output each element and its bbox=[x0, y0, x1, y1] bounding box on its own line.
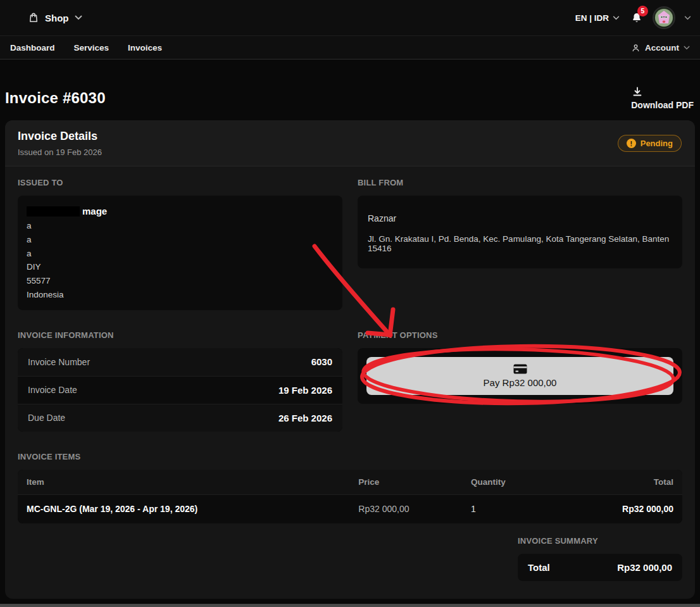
download-pdf-button[interactable]: Download PDF bbox=[631, 87, 694, 110]
column-header-price: Price bbox=[358, 477, 471, 487]
locale-label: EN | IDR bbox=[575, 13, 609, 23]
column-header-quantity: Quantity bbox=[471, 477, 557, 487]
account-menu[interactable]: Account bbox=[631, 43, 690, 53]
invoice-information-section: INVOICE INFORMATION Invoice Number 6030 … bbox=[18, 330, 342, 432]
warning-icon: ! bbox=[627, 139, 636, 148]
download-icon bbox=[632, 87, 642, 97]
bill-from-label: BILL FROM bbox=[358, 178, 682, 187]
pay-button[interactable]: Pay Rp32 000,00 bbox=[366, 357, 673, 395]
notifications-button[interactable]: 5 bbox=[630, 9, 644, 27]
issued-to-section: ISSUED TO mage a a a DIY 55577 Indonesia bbox=[18, 178, 342, 310]
download-pdf-label: Download PDF bbox=[631, 100, 694, 110]
item-price-cell: Rp32 000,00 bbox=[358, 504, 471, 514]
address-line: a bbox=[27, 219, 334, 233]
status-badge: ! Pending bbox=[618, 135, 682, 152]
page-title: Invoice #6030 bbox=[5, 89, 106, 107]
chevron-down-icon bbox=[75, 15, 82, 20]
chevron-down-icon bbox=[613, 16, 620, 20]
invoice-details-card: Invoice Details Issued on 19 Feb 2026 ! … bbox=[5, 120, 695, 599]
person-icon bbox=[631, 43, 641, 53]
pay-button-label: Pay Rp32 000,00 bbox=[484, 377, 557, 388]
address-line: a bbox=[27, 233, 334, 247]
invoice-items-section: INVOICE ITEMS Item Price Quantity Total … bbox=[18, 452, 682, 523]
total-label: Total bbox=[528, 562, 550, 573]
item-name-cell: MC-GNL-2G (Mar 19, 2026 - Apr 19, 2026) bbox=[27, 504, 358, 514]
summary-total-row: Total Rp32 000,00 bbox=[518, 554, 682, 581]
nav-item-dashboard[interactable]: Dashboard bbox=[10, 43, 55, 53]
bill-from-section: BILL FROM Raznar Jl. Gn. Krakatau I, Pd.… bbox=[358, 178, 682, 310]
table-row: MC-GNL-2G (Mar 19, 2026 - Apr 19, 2026) … bbox=[18, 495, 682, 523]
column-header-total: Total bbox=[557, 477, 673, 487]
column-header-item: Item bbox=[27, 477, 358, 487]
chevron-down-icon bbox=[684, 46, 690, 50]
invoice-summary-label: INVOICE SUMMARY bbox=[518, 536, 682, 546]
invoice-items-label: INVOICE ITEMS bbox=[18, 452, 682, 461]
address-line: DIY bbox=[27, 260, 334, 274]
address-line: Indonesia bbox=[27, 288, 334, 302]
invoice-information-label: INVOICE INFORMATION bbox=[18, 330, 342, 340]
top-bar: Shop EN | IDR 5 bbox=[0, 0, 700, 36]
nav-item-services[interactable]: Services bbox=[74, 43, 109, 53]
status-label: Pending bbox=[641, 139, 673, 148]
info-row-invoice-number: Invoice Number 6030 bbox=[18, 348, 342, 376]
total-value: Rp32 000,00 bbox=[617, 562, 672, 573]
payment-options-label: PAYMENT OPTIONS bbox=[358, 330, 682, 340]
card-title: Invoice Details bbox=[18, 130, 102, 143]
address-line: a bbox=[27, 247, 334, 261]
vendor-address: Jl. Gn. Krakatau I, Pd. Benda, Kec. Pamu… bbox=[368, 234, 672, 253]
shopping-bag-icon bbox=[28, 12, 39, 23]
locale-currency-selector[interactable]: EN | IDR bbox=[575, 13, 620, 23]
item-quantity-cell: 1 bbox=[471, 504, 557, 514]
redaction-bar bbox=[27, 206, 80, 216]
notification-badge: 5 bbox=[637, 6, 648, 16]
info-row-invoice-date: Invoice Date 19 Feb 2026 bbox=[18, 376, 342, 404]
account-label: Account bbox=[645, 43, 679, 53]
chevron-down-icon[interactable] bbox=[684, 16, 691, 20]
item-total-cell: Rp32 000,00 bbox=[557, 504, 673, 514]
vendor-name: Raznar bbox=[368, 213, 672, 223]
issued-to-label: ISSUED TO bbox=[18, 178, 342, 187]
info-row-due-date: Due Date 26 Feb 2026 bbox=[18, 404, 342, 432]
payment-options-section: PAYMENT OPTIONS Pay Rp32 000,00 bbox=[358, 330, 682, 432]
avatar[interactable] bbox=[654, 8, 674, 28]
shop-label: Shop bbox=[45, 13, 69, 23]
items-table-header: Item Price Quantity Total bbox=[18, 470, 682, 495]
horizontal-scrollbar[interactable] bbox=[0, 604, 700, 607]
invoice-summary-section: INVOICE SUMMARY Total Rp32 000,00 bbox=[518, 536, 682, 581]
customer-name: mage bbox=[27, 204, 334, 219]
shop-menu[interactable]: Shop bbox=[28, 12, 82, 23]
credit-card-icon bbox=[513, 364, 527, 374]
nav-bar: Dashboard Services Invoices Account bbox=[0, 36, 700, 59]
address-line: 55577 bbox=[27, 274, 334, 288]
issued-on-text: Issued on 19 Feb 2026 bbox=[18, 147, 102, 157]
nav-item-invoices[interactable]: Invoices bbox=[128, 43, 162, 53]
